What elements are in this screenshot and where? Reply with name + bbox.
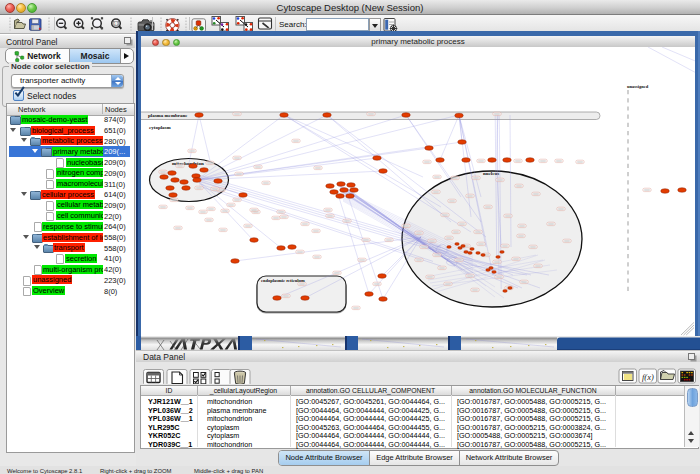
svg-text:unassigned: unassigned [627,84,649,89]
svg-text:nucleus: nucleus [483,171,499,176]
svg-text:endoplasmic reticulum: endoplasmic reticulum [261,278,305,283]
svg-text:1:1: 1:1 [114,22,119,26]
svg-text:Welcome to Cytoscape 2.8.1: Welcome to Cytoscape 2.8.1 [7,468,82,474]
svg-text:cytoplasm: cytoplasm [149,125,172,130]
svg-text:Middle-click + drag to PAN: Middle-click + drag to PAN [194,468,263,474]
svg-text:f(x): f(x) [642,372,654,382]
svg-text:plasma membrane: plasma membrane [148,113,188,118]
svg-text:Right-click + drag to ZOOM: Right-click + drag to ZOOM [100,468,172,474]
